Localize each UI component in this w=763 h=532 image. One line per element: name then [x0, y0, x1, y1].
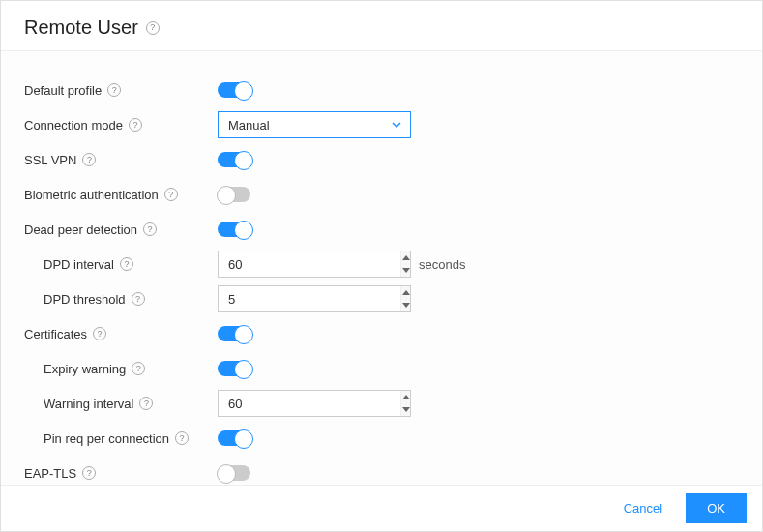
help-icon[interactable]: ? — [143, 222, 157, 236]
spinner-down-icon[interactable] — [401, 403, 410, 416]
row-connection-mode: Connection mode ? Manual — [24, 109, 739, 140]
help-icon[interactable]: ? — [132, 292, 145, 306]
row-ssl-vpn: SSL VPN ? — [24, 144, 739, 175]
label-dpd-threshold: DPD threshold — [44, 292, 126, 307]
toggle-default-profile[interactable] — [218, 82, 250, 98]
select-connection-mode[interactable]: Manual — [218, 111, 411, 138]
label-dpd-interval: DPD interval — [44, 257, 114, 272]
help-icon[interactable]: ? — [93, 327, 106, 340]
dialog-body: Default profile ? Connection mode ? Manu… — [1, 51, 762, 485]
label-warning-interval: Warning interval — [44, 397, 133, 411]
row-dpd-interval: DPD interval ? seconds — [24, 249, 739, 280]
remote-user-dialog: Remote User ? Default profile ? Connecti… — [0, 0, 763, 532]
row-pin-req: Pin req per connection ? — [24, 423, 739, 454]
toggle-dpd[interactable] — [218, 222, 250, 237]
spinner-up-icon[interactable] — [401, 391, 410, 403]
spinner-down-icon[interactable] — [401, 264, 410, 277]
select-value: Manual — [228, 118, 270, 133]
spinner-down-icon[interactable] — [401, 299, 410, 311]
row-dpd-threshold: DPD threshold ? — [24, 283, 739, 314]
input-dpd-threshold[interactable] — [219, 286, 400, 311]
help-icon[interactable]: ? — [139, 397, 153, 410]
dialog-footer: Cancel OK — [1, 485, 762, 531]
toggle-ssl-vpn[interactable] — [218, 152, 250, 167]
spinner-up-icon[interactable] — [401, 286, 410, 299]
spinner-warning-interval — [218, 390, 411, 417]
spinner-up-icon[interactable] — [401, 251, 410, 264]
row-default-profile: Default profile ? — [24, 74, 739, 105]
chevron-down-icon — [391, 119, 402, 131]
row-eap-tls: EAP-TLS ? — [24, 458, 739, 485]
label-ssl-vpn: SSL VPN — [24, 153, 76, 167]
help-icon[interactable]: ? — [132, 362, 145, 375]
help-icon[interactable]: ? — [164, 188, 178, 201]
spinner-dpd-threshold — [218, 285, 411, 312]
help-icon[interactable]: ? — [82, 153, 96, 166]
toggle-eap-tls[interactable] — [218, 465, 250, 481]
ok-button[interactable]: OK — [686, 493, 747, 523]
help-icon[interactable]: ? — [107, 83, 121, 97]
help-icon[interactable]: ? — [146, 21, 160, 35]
toggle-certificates[interactable] — [218, 326, 250, 341]
help-icon[interactable]: ? — [129, 118, 142, 132]
spinner-dpd-interval — [218, 251, 411, 278]
dialog-header: Remote User ? — [1, 1, 762, 51]
page-title: Remote User — [24, 16, 138, 39]
input-warning-interval[interactable] — [219, 391, 400, 416]
row-dpd: Dead peer detection ? — [24, 214, 739, 245]
input-dpd-interval[interactable] — [219, 251, 400, 277]
row-warning-interval: Warning interval ? — [24, 388, 739, 419]
row-expiry-warning: Expiry warning ? — [24, 353, 739, 384]
row-biometric: Biometric authentication ? — [24, 179, 739, 210]
label-biometric: Biometric authentication — [24, 188, 159, 202]
label-expiry-warning: Expiry warning — [44, 362, 126, 376]
help-icon[interactable]: ? — [175, 431, 189, 445]
label-default-profile: Default profile — [24, 83, 102, 98]
label-pin-req: Pin req per connection — [44, 431, 169, 446]
suffix-dpd-interval: seconds — [419, 257, 465, 272]
help-icon[interactable]: ? — [120, 257, 133, 271]
help-icon[interactable]: ? — [82, 466, 96, 480]
toggle-pin-req[interactable] — [218, 430, 250, 446]
label-certificates: Certificates — [24, 327, 87, 341]
label-eap-tls: EAP-TLS — [24, 466, 76, 481]
label-connection-mode: Connection mode — [24, 118, 123, 133]
cancel-button[interactable]: Cancel — [616, 495, 670, 521]
toggle-biometric[interactable] — [218, 187, 250, 202]
toggle-expiry-warning[interactable] — [218, 361, 250, 376]
row-certificates: Certificates ? — [24, 318, 739, 349]
label-dpd: Dead peer detection — [24, 222, 137, 237]
